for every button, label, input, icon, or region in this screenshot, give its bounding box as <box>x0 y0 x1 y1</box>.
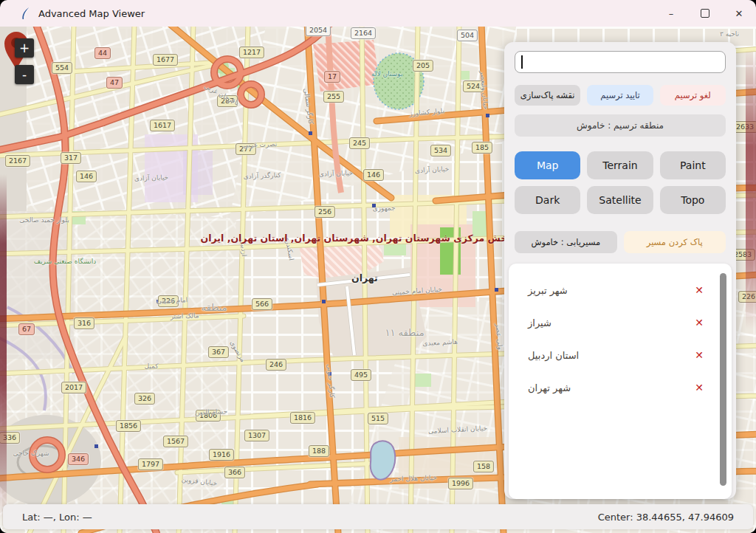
road-shield: 2054 <box>306 27 331 36</box>
list-item[interactable]: شهر تبریز✕ <box>528 274 714 306</box>
road-shield: 1996 <box>448 478 473 489</box>
remove-place-icon[interactable]: ✕ <box>695 349 704 361</box>
maximize-button[interactable] <box>688 0 722 27</box>
road-shield: 366 <box>224 467 245 478</box>
street-name-label: بلوار حمید صالحی <box>19 216 69 224</box>
street-name-label: دانشگاه صنعتی شریف <box>34 258 96 265</box>
zoom-out-button[interactable]: - <box>15 65 34 84</box>
road-shield: 146 <box>76 171 97 182</box>
map-center-label: Center: 38.44655, 47.94609 <box>598 512 734 523</box>
road-shield: 326 <box>134 393 155 405</box>
road-shield: 256 <box>315 206 335 218</box>
app-window: 5544416771217205421645041720547287255524… <box>0 0 756 533</box>
street-name-label: نصرت غربی <box>243 140 278 149</box>
street-name-label: مالک اشتر <box>170 312 199 320</box>
list-item[interactable]: شهر تهران✕ <box>528 371 714 404</box>
road-shield: 1677 <box>153 54 178 66</box>
list-item[interactable]: شیراز✕ <box>528 306 714 339</box>
road-shield: 1797 <box>138 458 163 470</box>
layer-button-terrain[interactable]: Terrain <box>587 151 653 179</box>
layer-button-paint[interactable]: Paint <box>660 151 726 179</box>
close-button[interactable]: ✕ <box>722 0 756 27</box>
road-shield: 367 <box>208 346 229 358</box>
street-name-label: کنارگذر آزادی <box>243 171 281 180</box>
road-shield: 317 <box>61 152 81 164</box>
map-edge-vignette-left <box>0 174 7 521</box>
clear-map-button[interactable]: نقشه پاک‌سازی <box>515 85 580 106</box>
place-name-label: استان اردبیل <box>528 350 579 361</box>
layer-buttons-grid: MapTerrainPaintDarkSatelliteTopo <box>515 151 726 214</box>
layer-button-map[interactable]: Map <box>515 151 580 179</box>
minimize-button[interactable]: – <box>654 0 688 27</box>
road-shield: 245 <box>349 137 370 149</box>
road-shield: 255 <box>323 91 344 103</box>
road-shield: 188 <box>309 445 329 457</box>
street-name-label: منطقه <box>201 302 227 313</box>
maximize-icon <box>701 9 709 18</box>
road-shield: 47 <box>106 77 123 89</box>
street-name-label: شهرک حاجی <box>13 450 49 457</box>
list-item[interactable]: استان اردبیل✕ <box>528 339 714 371</box>
map-edge-vignette-right <box>746 49 756 329</box>
window-title: Advanced Map Viewer <box>38 8 145 19</box>
street-name-label: جمهوری <box>372 204 395 212</box>
geocode-result-label: بخش مرکزی شهرستان تهران, شهرستان تهران, … <box>193 233 511 244</box>
cancel-draw-button[interactable]: لغو ترسیم <box>660 85 726 106</box>
road-shield: 1816 <box>290 412 315 424</box>
layer-button-satellite[interactable]: Satellite <box>587 186 653 214</box>
road-shield: 504 <box>457 30 478 41</box>
street-name-label: خیابان آزادی <box>319 169 353 178</box>
routing-toggle-button[interactable]: مسیریابی : خاموش <box>515 231 617 253</box>
status-bar: Lat: —, Lon: — Center: 38.44655, 47.9460… <box>3 504 753 529</box>
place-name-label: شهر تبریز <box>528 285 568 296</box>
street-name-label: خیابان آزادی <box>134 173 168 182</box>
scrollbar-thumb[interactable] <box>720 273 726 486</box>
control-sidebar: نقشه پاک‌سازیتایید ترسیملغو ترسیم منطقه … <box>504 42 736 499</box>
title-bar: Advanced Map Viewer – ✕ <box>0 0 756 27</box>
road-shield: 495 <box>351 369 371 381</box>
road-shield: 146 <box>363 169 384 181</box>
layer-button-dark[interactable]: Dark <box>515 186 580 214</box>
remove-place-icon[interactable]: ✕ <box>695 382 704 393</box>
road-shield: 67 <box>18 323 35 335</box>
road-shield: 1567 <box>163 436 188 447</box>
zoom-in-button[interactable]: + <box>15 38 34 58</box>
street-name-label: بوستان لاله <box>371 70 402 78</box>
layer-button-topo[interactable]: Topo <box>660 186 726 214</box>
text-caret <box>521 55 523 69</box>
place-name-label: شیراز <box>528 317 551 329</box>
road-shield: 17 <box>324 71 340 83</box>
road-shield: 1307 <box>244 430 269 441</box>
road-shield: 205 <box>413 60 433 72</box>
cursor-coordinates-label: Lat: —, Lon: — <box>22 512 92 523</box>
road-shield: 534 <box>430 145 451 157</box>
marker-city-label: تهران <box>351 272 378 283</box>
road-shield: 316 <box>74 317 94 329</box>
draw-buttons-row: نقشه پاک‌سازیتایید ترسیملغو ترسیم <box>515 85 726 106</box>
clear-route-button[interactable]: پاک کردن مسیر <box>624 231 726 253</box>
road-shield: 1617 <box>150 120 175 131</box>
remove-place-icon[interactable]: ✕ <box>695 284 704 296</box>
road-shield: 2164 <box>351 27 376 39</box>
road-shield: 1856 <box>116 420 141 432</box>
street-name-label: ناحیه ۳ <box>720 30 739 38</box>
road-shield: 1916 <box>209 449 234 461</box>
road-shield: 185 <box>472 142 492 154</box>
confirm-draw-button[interactable]: تایید ترسیم <box>587 85 653 106</box>
road-shield: 158 <box>473 461 494 472</box>
app-feather-icon <box>21 7 31 20</box>
road-shield: 566 <box>252 298 272 310</box>
street-name-label: کمیل <box>144 362 158 370</box>
road-shield: 2167 <box>5 155 30 167</box>
draw-mode-status: منطقه ترسیم : خاموش <box>515 114 726 137</box>
road-shield: 554 <box>52 62 72 74</box>
routing-buttons-row: مسیریابی : خاموشپاک کردن مسیر <box>515 231 726 253</box>
remove-place-icon[interactable]: ✕ <box>695 317 704 329</box>
search-input[interactable] <box>515 51 726 73</box>
saved-places-list: شهر تبریز✕شیراز✕استان اردبیل✕شهر تهران✕ <box>509 264 732 499</box>
road-shield: 246 <box>266 359 286 371</box>
street-name-label: حسام الدین <box>195 408 227 416</box>
road-shield: 346 <box>68 453 89 465</box>
street-name-label: منطقه ۱۱ <box>385 327 424 338</box>
street-name-label: امام خمینی <box>157 296 188 304</box>
